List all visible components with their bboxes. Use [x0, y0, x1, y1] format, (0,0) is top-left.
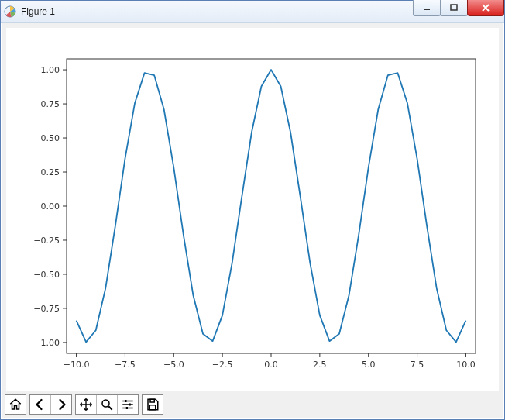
arrow-right-icon — [54, 398, 68, 411]
svg-text:−0.75: −0.75 — [33, 304, 60, 314]
svg-text:−2.5: −2.5 — [212, 360, 233, 370]
svg-point-40 — [102, 400, 109, 407]
home-button[interactable] — [5, 395, 26, 414]
chart-svg: −10.0−7.5−5.0−2.50.02.55.07.510.0−1.00−0… — [6, 28, 499, 391]
close-button[interactable] — [467, 0, 504, 16]
sliders-icon — [121, 398, 135, 411]
svg-rect-48 — [150, 399, 154, 402]
navigation-toolbar — [5, 394, 163, 415]
save-button[interactable] — [143, 395, 163, 414]
svg-text:1.00: 1.00 — [41, 65, 60, 75]
svg-text:−0.25: −0.25 — [33, 236, 60, 246]
magnifier-icon — [100, 398, 114, 411]
zoom-button[interactable] — [96, 395, 117, 414]
window-content: −10.0−7.5−5.0−2.50.02.55.07.510.0−1.00−0… — [2, 23, 503, 418]
svg-line-41 — [108, 406, 112, 410]
svg-text:5.0: 5.0 — [362, 360, 376, 370]
figure-window: Figure 1 −10.0−7.5−5.0−2.50.02.55.07.510… — [0, 0, 505, 420]
svg-text:0.0: 0.0 — [264, 360, 278, 370]
figure-canvas[interactable]: −10.0−7.5−5.0−2.50.02.55.07.510.0−1.00−0… — [6, 28, 499, 391]
svg-text:0.25: 0.25 — [41, 167, 60, 177]
maximize-button[interactable] — [440, 0, 468, 16]
window-controls — [414, 0, 504, 16]
back-button[interactable] — [30, 395, 50, 414]
svg-rect-3 — [67, 59, 476, 353]
minimize-button[interactable] — [413, 0, 441, 16]
move-icon — [79, 398, 93, 411]
svg-rect-45 — [129, 404, 131, 406]
svg-rect-49 — [149, 405, 156, 410]
svg-text:−1.00: −1.00 — [33, 338, 60, 348]
arrow-left-icon — [33, 398, 47, 411]
svg-text:−10.0: −10.0 — [64, 360, 90, 370]
svg-rect-47 — [126, 407, 128, 409]
svg-text:0.00: 0.00 — [41, 201, 60, 212]
matplotlib-icon — [4, 5, 16, 18]
svg-text:−5.0: −5.0 — [163, 360, 184, 370]
svg-text:7.5: 7.5 — [411, 360, 424, 370]
svg-text:10.0: 10.0 — [456, 360, 476, 370]
svg-rect-43 — [125, 400, 126, 402]
svg-text:0.75: 0.75 — [41, 99, 60, 109]
forward-button[interactable] — [50, 395, 71, 414]
svg-text:0.50: 0.50 — [41, 133, 60, 143]
home-icon — [9, 398, 22, 411]
configure-button[interactable] — [117, 395, 138, 414]
pan-button[interactable] — [76, 395, 96, 414]
svg-text:2.5: 2.5 — [313, 360, 327, 370]
svg-text:−7.5: −7.5 — [115, 360, 136, 370]
svg-text:−0.50: −0.50 — [33, 270, 60, 280]
window-title: Figure 1 — [21, 6, 55, 17]
svg-rect-2 — [451, 5, 457, 10]
floppy-icon — [146, 398, 160, 411]
titlebar[interactable]: Figure 1 — [1, 1, 504, 23]
